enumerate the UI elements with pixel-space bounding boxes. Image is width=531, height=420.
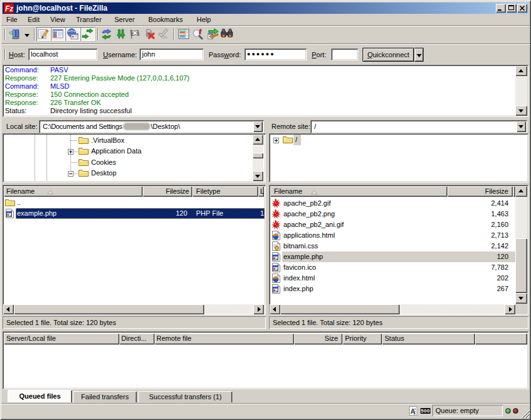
svg-text:Fz: Fz <box>5 4 13 13</box>
